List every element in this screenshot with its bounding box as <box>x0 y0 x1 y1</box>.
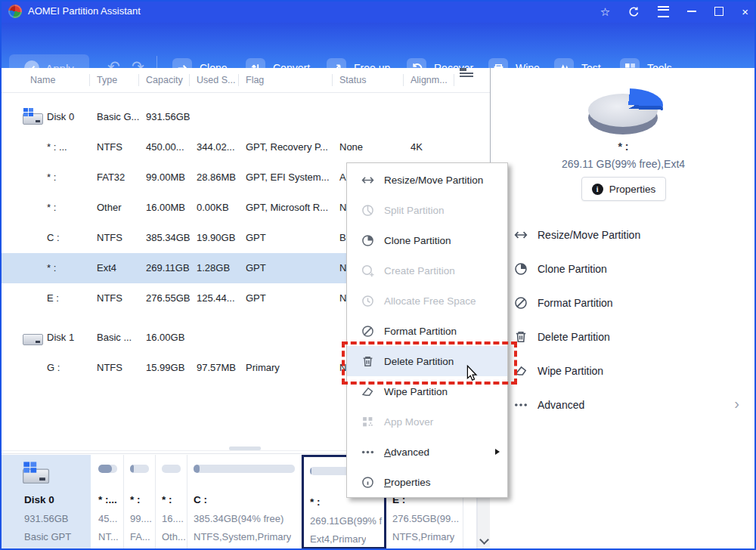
menu-item-properties[interactable]: Properties <box>347 467 507 497</box>
action-advanced[interactable]: Advanced › <box>491 388 756 422</box>
usage-bar <box>130 465 149 473</box>
disk0-card[interactable]: Disk 0 931.56GB Basic GPT <box>2 455 91 549</box>
minimize-button[interactable] <box>687 11 696 12</box>
right-panel: * : 269.11 GB(99% free),Ext4 i Propertie… <box>491 68 756 453</box>
chevron-right-icon: › <box>734 396 739 411</box>
allocate-free-space-icon <box>361 295 374 307</box>
delete-partition-icon <box>514 330 528 344</box>
column-header-capacity[interactable]: Capacity <box>146 68 183 92</box>
column-header-flag[interactable]: Flag <box>246 68 264 92</box>
advanced-dots-icon <box>514 398 528 412</box>
menu-item-wipe[interactable]: Wipe Partition <box>347 376 507 406</box>
window-title: AOMEI Partition Assistant <box>28 0 141 23</box>
menu-item-resize-move[interactable]: Resize/Move Partition <box>347 165 507 195</box>
action-delete-partition[interactable]: Delete Partition <box>491 320 756 354</box>
table-row-partition[interactable]: * : ... NTFS 450.00... 344.02... GPT, Re… <box>2 132 490 162</box>
menu-icon[interactable] <box>658 6 669 17</box>
menu-item-clone[interactable]: Clone Partition <box>347 225 507 255</box>
table-header: Name Type Capacity Used S... Flag Status… <box>0 68 490 93</box>
format-partition-icon <box>514 296 528 310</box>
column-header-used[interactable]: Used S... <box>197 68 235 92</box>
column-header-name[interactable]: Name <box>30 68 55 92</box>
close-button[interactable]: × <box>742 6 748 17</box>
partition-card[interactable]: * : 99.... FA... <box>124 455 156 549</box>
partition-card[interactable]: * : 16.... Oth... <box>156 455 187 549</box>
menu-item-create[interactable]: Create Partition <box>347 255 507 286</box>
selected-partition-info: 269.11 GB(99% free),Ext4 <box>491 158 756 170</box>
maximize-button[interactable] <box>714 7 723 16</box>
action-resize-move[interactable]: Resize/Move Partition <box>491 218 756 252</box>
properties-button[interactable]: i Properties <box>581 177 666 201</box>
table-row-disk0[interactable]: Disk 0 Basic G... 931.56GB <box>2 102 490 132</box>
action-wipe-partition[interactable]: Wipe Partition <box>491 354 756 388</box>
properties-info-icon <box>361 476 374 489</box>
disk-icon <box>23 330 43 345</box>
resize-move-icon <box>514 228 528 242</box>
info-icon: i <box>592 184 603 195</box>
chevron-down-icon <box>479 535 489 545</box>
clone-partition-icon <box>514 262 528 276</box>
app-window: AOMEI Partition Assistant ☆ × Apply ↶ ↷ … <box>0 0 756 550</box>
customize-columns-icon[interactable] <box>460 68 473 78</box>
title-bar: AOMEI Partition Assistant ☆ × <box>0 0 756 23</box>
partition-card-c[interactable]: C : 385.34GB(94% free) NTFS,System,Prima… <box>187 455 302 549</box>
partition-card[interactable]: * :... 45... NT... <box>92 455 124 549</box>
menu-item-delete[interactable]: Delete Partition <box>347 346 507 376</box>
horizontal-scrollbar[interactable] <box>229 446 261 450</box>
menu-item-advanced[interactable]: Advanced <box>347 437 507 467</box>
menu-item-allocate[interactable]: Allocate Free Space <box>347 286 507 316</box>
menu-item-format[interactable]: Format Partition <box>347 316 507 346</box>
disk-icon <box>23 464 49 484</box>
wipe-partition-icon <box>361 385 374 398</box>
clone-partition-icon <box>361 234 374 247</box>
action-format-partition[interactable]: Format Partition <box>491 286 756 320</box>
menu-item-split[interactable]: Split Partition <box>347 195 507 225</box>
favorite-star-icon[interactable]: ☆ <box>600 6 610 17</box>
usage-bar <box>194 465 295 473</box>
context-menu: Resize/Move Partition Split Partition Cl… <box>346 162 508 498</box>
toolbar: Apply ↶ ↷ Clone Convert Free up Recover <box>0 23 756 68</box>
delete-partition-icon <box>361 355 374 368</box>
selected-partition-label: * : <box>491 141 756 153</box>
submenu-arrow-icon <box>495 449 500 455</box>
menu-item-app-mover[interactable]: App Mover <box>347 406 507 437</box>
disk-icon <box>23 110 43 125</box>
column-header-alignment[interactable]: Alignm... <box>411 68 448 92</box>
wipe-partition-icon <box>514 364 528 378</box>
disk-usage-pie-chart <box>578 83 668 142</box>
create-partition-icon <box>361 264 374 277</box>
column-header-status[interactable]: Status <box>339 68 366 92</box>
usage-bar <box>98 465 117 473</box>
app-mover-icon <box>361 416 374 428</box>
split-partition-icon <box>361 204 374 217</box>
advanced-dots-icon <box>361 446 374 459</box>
app-logo-icon <box>8 5 22 18</box>
format-partition-icon <box>361 325 374 338</box>
column-header-type[interactable]: Type <box>97 68 117 92</box>
action-clone-partition[interactable]: Clone Partition <box>491 252 756 286</box>
refresh-icon[interactable] <box>628 6 640 17</box>
usage-bar <box>162 465 181 473</box>
resize-move-icon <box>361 174 374 187</box>
